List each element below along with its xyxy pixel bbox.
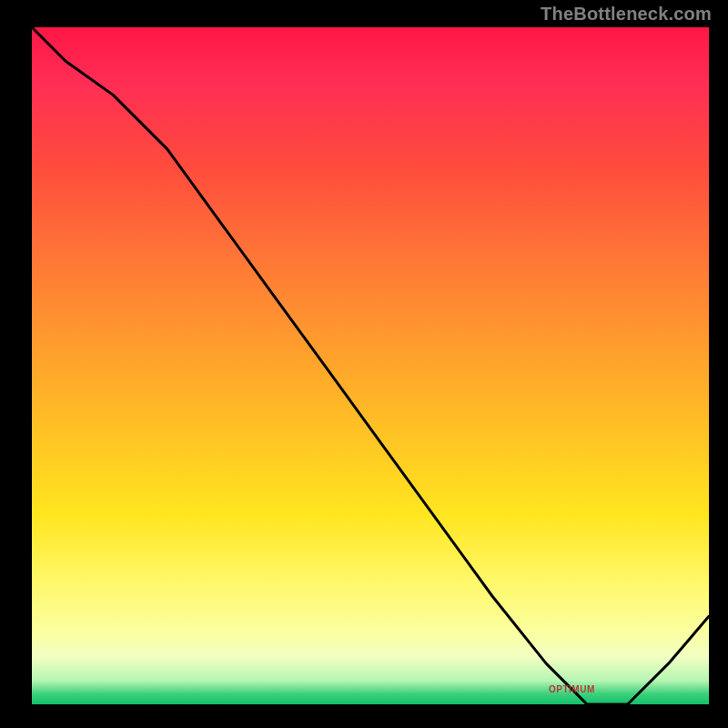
chart-frame: TheBottleneck.com OPTIMUM — [0, 0, 728, 728]
optimum-label: OPTIMUM — [549, 684, 595, 694]
plot-area: OPTIMUM — [32, 27, 709, 704]
watermark-text: TheBottleneck.com — [541, 4, 712, 25]
bottleneck-curve — [32, 27, 709, 704]
curve-path — [32, 27, 709, 704]
